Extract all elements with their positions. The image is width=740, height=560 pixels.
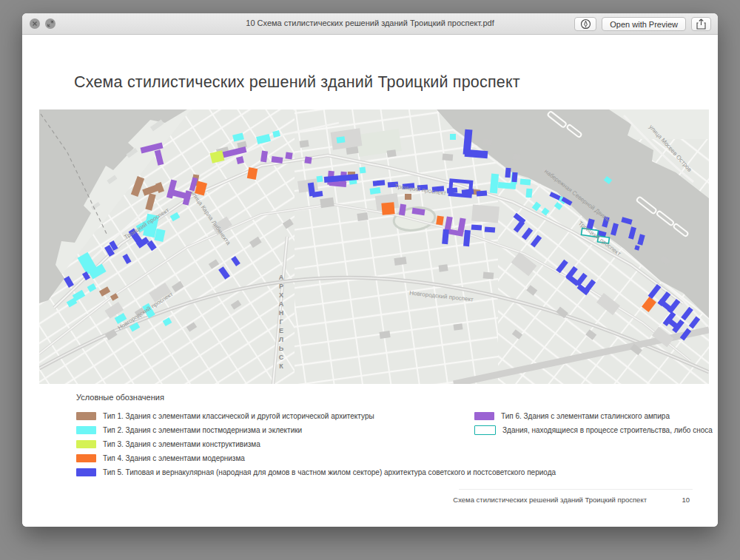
legend-item: Тип 3. Здания с элементами конструктивиз…	[76, 437, 468, 451]
legend-column-right: Тип 6. Здания с элементами сталинского а…	[474, 409, 718, 437]
legend-item: Тип 1. Здания с элементами классической …	[76, 409, 468, 423]
footer-title: Схема стилистических решений зданий Трои…	[453, 496, 647, 504]
legend-swatch	[76, 440, 96, 448]
legend-label: Тип 5. Типовая и вернакулярная (народная…	[103, 468, 556, 476]
building-type-5	[505, 168, 511, 178]
building-type-5	[485, 226, 496, 232]
legend-item: Здания, находящиеся в процессе строитель…	[474, 423, 718, 437]
building-type-6	[285, 152, 292, 159]
legend-label: Тип 1. Здания с элементами классической …	[103, 412, 374, 420]
legend-label: Здания, находящиеся в процессе строитель…	[502, 426, 713, 434]
quicklook-window: 10 Схема стилистических решений зданий Т…	[22, 13, 718, 527]
building-type-2	[520, 178, 531, 185]
building-type-2	[525, 189, 532, 198]
legend-swatch	[76, 454, 96, 462]
legend-swatch	[76, 468, 96, 476]
building-type-2	[450, 134, 456, 140]
legend-heading: Условные обозначения	[76, 393, 713, 402]
building-type-5	[477, 190, 488, 196]
page-footer: Схема стилистических решений зданий Трои…	[459, 489, 693, 496]
map: Троицкий проспектТроицкий проспектТроицк…	[39, 109, 709, 384]
legend: Условные обозначения Тип 1. Здания с эле…	[76, 393, 713, 483]
footer-page-number: 10	[682, 496, 690, 504]
page-title: Схема стилистических решений зданий Трои…	[74, 73, 520, 92]
legend-swatch	[474, 425, 496, 435]
legend-label: Тип 4. Здания с элементами модернизма	[103, 454, 245, 462]
building-type-2	[359, 166, 366, 173]
building-type-6	[304, 156, 312, 163]
pdf-page: Схема стилистических решений зданий Трои…	[22, 35, 718, 527]
building-type-4	[436, 215, 444, 225]
legend-label: Тип 6. Здания с элементами сталинского а…	[501, 412, 670, 420]
building-type-5	[471, 224, 482, 230]
legend-label: Тип 2. Здания с элементами постмодернизм…	[103, 426, 302, 434]
building-type-4	[381, 202, 394, 215]
legend-column-left: Тип 1. Здания с элементами классической …	[76, 409, 468, 479]
titlebar: 10 Схема стилистических решений зданий Т…	[22, 13, 718, 35]
open-with-preview-button[interactable]: Open with Preview	[602, 17, 686, 31]
markup-button[interactable]	[574, 17, 596, 31]
legend-swatch	[474, 412, 494, 420]
building-type-1	[405, 194, 411, 200]
building-type-2	[316, 175, 323, 182]
legend-label: Тип 3. Здания с элементами конструктивиз…	[103, 440, 260, 448]
legend-item: Тип 5. Типовая и вернакулярная (народная…	[76, 465, 468, 479]
building-type-5	[511, 172, 517, 183]
legend-item: Тип 4. Здания с элементами модернизма	[76, 451, 468, 465]
legend-swatch	[76, 426, 96, 434]
markup-icon	[580, 18, 591, 30]
city-label: АРХАНГЕЛЬСК	[278, 274, 285, 371]
share-button[interactable]	[691, 17, 711, 31]
share-icon	[696, 18, 706, 30]
building-type-5	[373, 180, 386, 186]
legend-swatch	[76, 412, 96, 420]
building-type-2	[336, 136, 345, 143]
legend-item: Тип 2. Здания с элементами постмодернизм…	[76, 423, 468, 437]
legend-item: Тип 6. Здания с элементами сталинского а…	[474, 409, 718, 423]
building-type-4	[247, 167, 258, 180]
